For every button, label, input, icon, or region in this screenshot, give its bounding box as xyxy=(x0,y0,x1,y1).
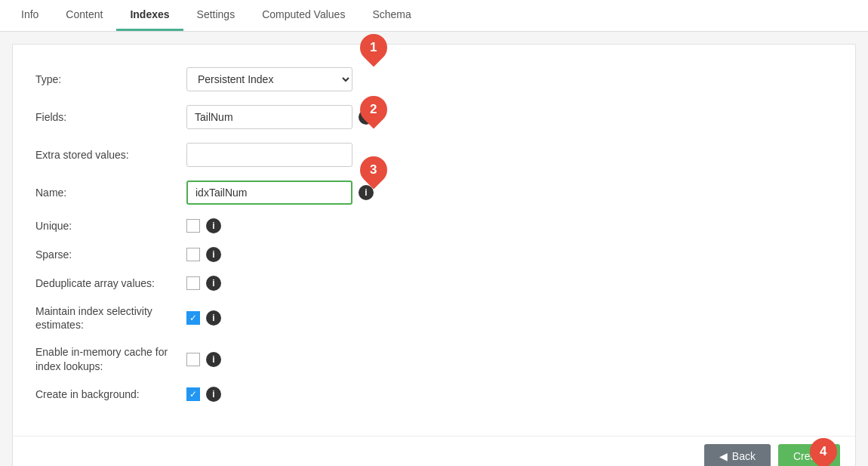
sparse-info-icon[interactable]: i xyxy=(206,247,221,262)
tab-schema[interactable]: Schema xyxy=(359,0,424,31)
deduplicate-label: Deduplicate array values: xyxy=(35,277,186,289)
unique-checkbox[interactable] xyxy=(186,219,200,233)
maintain-field: i xyxy=(186,310,221,326)
sparse-checkbox[interactable] xyxy=(186,248,200,261)
tab-bar: Info Content Indexes Settings Computed V… xyxy=(0,0,868,32)
name-row: Name: i xyxy=(35,181,833,205)
name-label: Name: xyxy=(35,187,186,199)
type-field: Persistent Index Hash Index Skiplist Ind… xyxy=(186,67,352,91)
enable-cache-row: Enable in-memory cache for index lookups… xyxy=(35,345,833,372)
unique-info-icon[interactable]: i xyxy=(206,218,221,233)
enable-cache-field: i xyxy=(186,352,221,367)
type-select[interactable]: Persistent Index Hash Index Skiplist Ind… xyxy=(186,67,352,91)
extra-stored-label: Extra stored values: xyxy=(35,149,186,161)
back-label: Back xyxy=(732,450,756,462)
type-label: Type: xyxy=(35,73,186,85)
sparse-row: Sparse: i xyxy=(35,247,833,262)
fields-row: Fields: i xyxy=(35,105,833,129)
unique-field: i xyxy=(186,218,221,233)
tab-indexes[interactable]: Indexes xyxy=(116,0,183,31)
maintain-row: Maintain index selectivity estimates: i xyxy=(35,304,833,332)
create-bg-row: Create in background: i xyxy=(35,387,833,402)
sparse-field: i xyxy=(186,247,221,262)
name-input[interactable] xyxy=(186,181,352,205)
enable-cache-info-icon[interactable]: i xyxy=(206,352,221,367)
deduplicate-row: Deduplicate array values: i xyxy=(35,276,833,291)
extra-stored-field xyxy=(186,143,352,167)
maintain-checkbox[interactable] xyxy=(186,311,200,325)
enable-cache-checkbox[interactable] xyxy=(186,353,200,366)
main-content: 1 2 3 4 Type: Persistent Index Hash Inde… xyxy=(12,44,856,466)
fields-field: i xyxy=(186,105,374,129)
create-bg-info-icon[interactable]: i xyxy=(206,387,221,402)
unique-label: Unique: xyxy=(35,220,186,232)
type-row: Type: Persistent Index Hash Index Skipli… xyxy=(35,67,833,91)
back-button[interactable]: ◀ Back xyxy=(704,444,771,466)
name-field: i xyxy=(186,181,374,205)
tab-settings[interactable]: Settings xyxy=(183,0,249,31)
sparse-label: Sparse: xyxy=(35,248,186,261)
fields-input[interactable] xyxy=(186,105,352,129)
extra-stored-input[interactable] xyxy=(186,143,352,167)
tab-content[interactable]: Content xyxy=(52,0,116,31)
create-bg-field: i xyxy=(186,387,221,402)
deduplicate-checkbox[interactable] xyxy=(186,276,200,290)
enable-cache-label: Enable in-memory cache for index lookups… xyxy=(35,345,186,372)
extra-stored-row: Extra stored values: xyxy=(35,143,833,167)
back-arrow-icon: ◀ xyxy=(719,450,728,462)
maintain-label: Maintain index selectivity estimates: xyxy=(35,304,186,332)
maintain-info-icon[interactable]: i xyxy=(206,310,221,326)
unique-row: Unique: i xyxy=(35,218,833,233)
fields-label: Fields: xyxy=(35,111,186,123)
tab-info[interactable]: Info xyxy=(8,0,52,31)
bottom-bar: ◀ Back Create xyxy=(13,436,855,466)
tab-computed-values[interactable]: Computed Values xyxy=(248,0,359,31)
create-bg-checkbox[interactable] xyxy=(186,387,200,401)
deduplicate-field: i xyxy=(186,276,221,291)
create-bg-label: Create in background: xyxy=(35,388,186,400)
deduplicate-info-icon[interactable]: i xyxy=(206,276,221,291)
